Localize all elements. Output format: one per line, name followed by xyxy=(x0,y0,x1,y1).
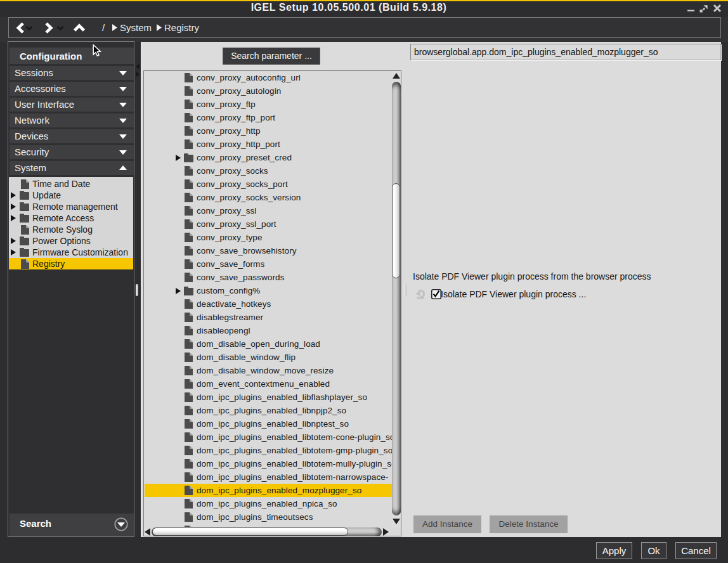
svg-text:/: / xyxy=(102,22,105,33)
